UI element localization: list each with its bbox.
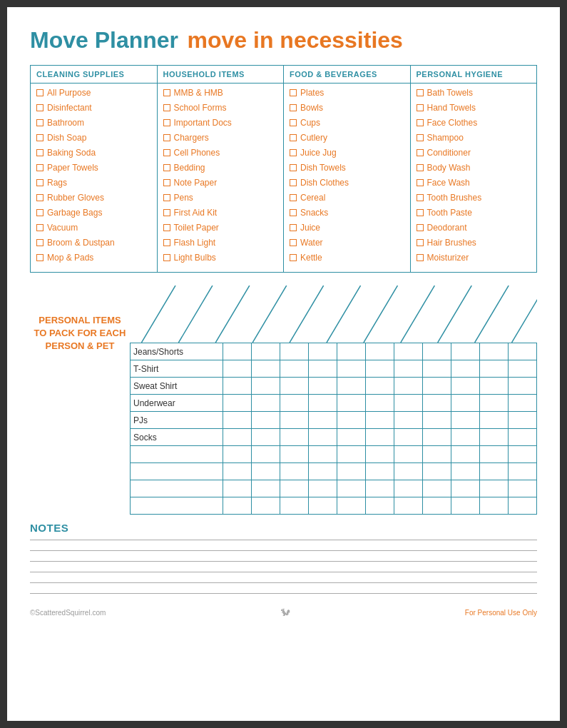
personal-grid-cell[interactable] (509, 360, 537, 378)
personal-grid-cell[interactable] (394, 378, 423, 395)
check-item[interactable]: Bath Towels (417, 86, 531, 99)
personal-grid-cell[interactable] (252, 497, 280, 515)
personal-grid-cell[interactable] (252, 463, 280, 480)
personal-grid-cell[interactable] (366, 446, 394, 463)
personal-grid-cell[interactable] (451, 446, 480, 463)
personal-grid-cell[interactable] (337, 446, 366, 463)
personal-grid-cell[interactable] (366, 360, 394, 378)
check-item[interactable]: First Aid Kit (163, 206, 278, 219)
check-item[interactable]: Note Paper (163, 176, 278, 189)
personal-grid-cell[interactable] (451, 480, 480, 497)
personal-grid-cell[interactable] (480, 429, 509, 446)
personal-grid-cell[interactable] (423, 360, 451, 378)
check-item[interactable]: Paper Towels (36, 161, 151, 174)
personal-grid-cell[interactable] (451, 497, 480, 515)
personal-grid-cell[interactable] (252, 429, 280, 446)
personal-grid-cell[interactable] (337, 412, 366, 429)
personal-grid-cell[interactable] (480, 343, 509, 360)
personal-grid-cell[interactable] (394, 463, 423, 480)
check-item[interactable]: MMB & HMB (163, 86, 278, 99)
personal-grid-cell[interactable] (223, 480, 252, 497)
personal-grid-cell[interactable] (223, 378, 252, 395)
personal-grid-cell[interactable] (337, 395, 366, 412)
personal-grid-cell[interactable] (423, 497, 451, 515)
personal-grid-cell[interactable] (223, 497, 252, 515)
personal-grid-cell[interactable] (252, 395, 280, 412)
personal-grid-cell[interactable] (252, 378, 280, 395)
check-item[interactable]: Bedding (163, 161, 278, 174)
personal-grid-cell[interactable] (252, 343, 280, 360)
personal-grid-cell[interactable] (394, 480, 423, 497)
check-item[interactable]: Shampoo (417, 131, 531, 144)
personal-grid-cell[interactable] (309, 429, 337, 446)
personal-grid-cell[interactable] (509, 343, 537, 360)
personal-grid-cell[interactable] (451, 429, 480, 446)
check-item[interactable]: Kettle (290, 251, 404, 264)
check-item[interactable]: Important Docs (163, 116, 278, 129)
personal-grid-cell[interactable] (394, 395, 423, 412)
check-item[interactable]: School Forms (163, 101, 278, 114)
personal-grid-cell[interactable] (223, 446, 252, 463)
personal-grid-cell[interactable] (366, 343, 394, 360)
personal-grid-cell[interactable] (509, 480, 537, 497)
check-item[interactable]: Hair Brushes (417, 236, 531, 249)
check-item[interactable]: Mop & Pads (36, 251, 151, 264)
check-item[interactable]: Juice Jug (290, 146, 404, 159)
personal-grid-cell[interactable] (480, 412, 509, 429)
personal-grid-cell[interactable] (509, 395, 537, 412)
personal-grid-cell[interactable] (509, 378, 537, 395)
check-item[interactable]: Face Wash (417, 176, 531, 189)
personal-grid-cell[interactable] (252, 480, 280, 497)
personal-grid-cell[interactable] (394, 360, 423, 378)
check-item[interactable]: Water (290, 236, 404, 249)
personal-grid-cell[interactable] (280, 395, 309, 412)
personal-grid-cell[interactable] (280, 412, 309, 429)
personal-grid-cell[interactable] (451, 343, 480, 360)
personal-grid-cell[interactable] (480, 395, 509, 412)
check-item[interactable]: Baking Soda (36, 146, 151, 159)
personal-grid-cell[interactable] (309, 395, 337, 412)
personal-grid-cell[interactable] (252, 360, 280, 378)
check-item[interactable]: Face Clothes (417, 116, 531, 129)
check-item[interactable]: Cutlery (290, 131, 404, 144)
personal-grid-cell[interactable] (451, 360, 480, 378)
check-item[interactable]: Conditioner (417, 146, 531, 159)
check-item[interactable]: Pens (163, 191, 278, 204)
personal-grid-cell[interactable] (337, 497, 366, 515)
personal-grid-cell[interactable] (509, 463, 537, 480)
personal-grid-cell[interactable] (309, 343, 337, 360)
check-item[interactable]: Deodorant (417, 221, 531, 234)
personal-grid-cell[interactable] (309, 446, 337, 463)
personal-grid-cell[interactable] (309, 480, 337, 497)
personal-grid-cell[interactable] (223, 429, 252, 446)
check-item[interactable]: Hand Towels (417, 101, 531, 114)
check-item[interactable]: Dish Soap (36, 131, 151, 144)
personal-grid-cell[interactable] (280, 378, 309, 395)
check-item[interactable]: Moisturizer (417, 251, 531, 264)
check-item[interactable]: Dish Towels (290, 161, 404, 174)
personal-grid-cell[interactable] (337, 378, 366, 395)
personal-grid-cell[interactable] (252, 412, 280, 429)
personal-grid-cell[interactable] (509, 429, 537, 446)
personal-grid-cell[interactable] (337, 343, 366, 360)
check-item[interactable]: Tooth Brushes (417, 191, 531, 204)
check-item[interactable]: Chargers (163, 131, 278, 144)
personal-grid-cell[interactable] (280, 497, 309, 515)
personal-grid-cell[interactable] (509, 446, 537, 463)
personal-grid-cell[interactable] (394, 412, 423, 429)
personal-grid-cell[interactable] (423, 429, 451, 446)
personal-grid-cell[interactable] (309, 412, 337, 429)
personal-grid-cell[interactable] (223, 360, 252, 378)
personal-grid-cell[interactable] (366, 429, 394, 446)
personal-grid-cell[interactable] (394, 497, 423, 515)
personal-grid-cell[interactable] (451, 378, 480, 395)
check-item[interactable]: Bathroom (36, 116, 151, 129)
check-item[interactable]: Tooth Paste (417, 206, 531, 219)
personal-grid-cell[interactable] (366, 378, 394, 395)
personal-grid-cell[interactable] (509, 497, 537, 515)
check-item[interactable]: Plates (290, 86, 404, 99)
personal-grid-cell[interactable] (309, 463, 337, 480)
personal-grid-cell[interactable] (423, 446, 451, 463)
check-item[interactable]: Rags (36, 176, 151, 189)
personal-grid-cell[interactable] (423, 395, 451, 412)
